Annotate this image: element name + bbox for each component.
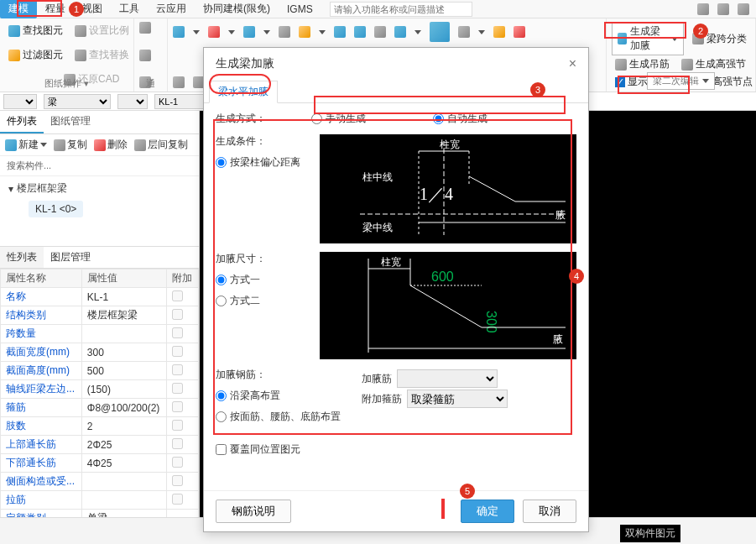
tool-icon[interactable] (458, 26, 470, 38)
tab-layer-mgmt[interactable]: 图层管理 (44, 247, 97, 268)
svg-text:柱宽: 柱宽 (440, 139, 460, 150)
bc-select-1[interactable] (3, 94, 37, 109)
property-tabs: 性列表 图层管理 (0, 246, 199, 269)
tool-icon[interactable] (334, 26, 346, 38)
beam-edit-dropdown[interactable]: 梁二次编辑 (647, 72, 715, 90)
search-components-input[interactable]: 搜索构件... (0, 156, 199, 176)
bc-select-3[interactable] (117, 94, 148, 109)
tool-icon[interactable] (299, 26, 310, 38)
tool-icon[interactable] (173, 26, 185, 38)
tool-icon[interactable] (243, 26, 255, 38)
svg-line-19 (410, 285, 482, 327)
ok-button[interactable]: 确定 (461, 500, 514, 523)
find-el-btn[interactable]: 查找图元 (5, 22, 66, 39)
tab-horizontal-haunch[interactable]: 梁水平加腋 (209, 81, 278, 103)
callout-1: 1 (69, 2, 84, 17)
copy-button[interactable]: 复制 (54, 138, 87, 152)
group-label: 图纸操作 ▾ (0, 77, 133, 90)
bc-select-2[interactable]: 梁 (44, 94, 111, 109)
menu-cloud[interactable]: 云应用 (148, 0, 195, 18)
table-row[interactable]: 下部通长筋4Φ25 (1, 454, 199, 473)
tool-icon[interactable] (394, 26, 406, 38)
haunch-rebar-select[interactable] (397, 369, 498, 388)
tree-group-header[interactable]: ▾楼层框架梁 (8, 181, 190, 196)
tool-icon[interactable] (173, 76, 185, 88)
table-row[interactable]: 肢数2 (1, 417, 199, 436)
tool-icon[interactable] (374, 26, 386, 38)
callout-5: 5 (460, 484, 475, 499)
tool-icon[interactable] (514, 26, 525, 38)
tool-icon[interactable] (493, 26, 505, 38)
svg-text:腋: 腋 (555, 209, 566, 221)
grid-icon[interactable] (430, 22, 450, 42)
table-row[interactable]: 上部通长筋2Φ25 (1, 436, 199, 454)
tool-icon[interactable] (208, 26, 220, 38)
tool-icon[interactable] (354, 26, 366, 38)
tab-drawing-mgmt[interactable]: 图纸管理 (44, 111, 97, 133)
layercopy-button[interactable]: 层间复制 (134, 138, 188, 152)
extra-stirrup-select[interactable]: 取梁箍筋 (407, 390, 508, 408)
notification-icon[interactable] (717, 3, 729, 15)
svg-text:600: 600 (431, 269, 454, 284)
table-row[interactable]: 名称KL-1 (1, 288, 199, 306)
menu-build[interactable]: 建模 (0, 0, 37, 18)
col-value: 属性值 (81, 269, 166, 288)
cancel-button[interactable]: 取消 (523, 500, 576, 523)
haunch-rebar-label: 加腋筋 (362, 372, 392, 386)
callout-3: 3 (530, 82, 545, 97)
svg-text:柱宽: 柱宽 (381, 256, 401, 268)
callout-2: 2 (693, 24, 708, 39)
gen-hanger-btn[interactable]: 生成吊筋 (612, 55, 673, 73)
cond-label: 生成条件： (216, 134, 308, 149)
property-grid: 属性名称属性值附加 名称KL-1 结构类别楼层框架梁 跨数量 截面宽度(mm)3… (0, 269, 199, 517)
dialog-title: 生成梁加腋 (216, 56, 274, 71)
settings-icon[interactable] (738, 3, 749, 15)
radio-by-height[interactable]: 沿梁高布置 (216, 389, 350, 403)
radio-manual[interactable]: 手动生成 (311, 112, 366, 126)
radio-mode1[interactable]: 方式一 (216, 273, 308, 287)
table-row[interactable]: 截面高度(mm)500 (1, 362, 199, 380)
delete-button[interactable]: 删除 (94, 138, 128, 152)
user-icon[interactable] (697, 3, 709, 15)
radio-auto[interactable]: 自动生成 (433, 112, 487, 126)
search-input[interactable] (330, 2, 472, 17)
table-row[interactable]: 定额类别单梁 (1, 510, 199, 518)
tool-icon[interactable] (139, 22, 151, 34)
size-diagram: 柱宽 600 300 腋 (320, 252, 576, 359)
set-scale-btn[interactable]: 设置比例 (71, 22, 133, 39)
svg-text:腋: 腋 (553, 333, 563, 345)
table-row[interactable]: 箍筋Φ8@100/200(2) (1, 399, 199, 417)
col-name: 属性名称 (1, 269, 82, 288)
size-label: 加腋尺寸： (216, 252, 308, 266)
left-tabs: 件列表 图纸管理 (0, 111, 199, 134)
new-button[interactable]: 新建 (5, 138, 47, 152)
tab-component-list[interactable]: 件列表 (0, 111, 44, 133)
menu-tool[interactable]: 工具 (111, 0, 148, 18)
method-label: 生成方式： (216, 112, 266, 126)
find-replace-btn[interactable]: 查找替换 (71, 46, 133, 64)
radio-offset[interactable]: 按梁柱偏心距离 (216, 155, 308, 170)
rebar-explain-button[interactable]: 钢筋说明 (216, 500, 291, 523)
table-row[interactable]: 拉筋 (1, 491, 199, 510)
checkbox-cover[interactable]: 覆盖同位置图元 (216, 442, 576, 457)
close-icon[interactable]: × (569, 56, 576, 71)
col-extra: 附加 (167, 269, 199, 288)
haunch-dialog: 生成梁加腋 × 梁水平加腋 生成方式： 手动生成 自动生成 生成条件： 按梁柱偏… (203, 47, 589, 532)
delete-icon[interactable] (279, 26, 290, 38)
component-toolbar: 新建 复制 删除 层间复制 (0, 134, 199, 156)
table-row[interactable]: 侧面构造或受... (1, 473, 199, 491)
table-row[interactable]: 跨数量 (1, 325, 199, 343)
radio-mode2[interactable]: 方式二 (216, 294, 308, 308)
table-row[interactable]: 结构类别楼层框架梁 (1, 306, 199, 325)
table-row[interactable]: 轴线距梁左边...(150) (1, 380, 199, 399)
tab-properties[interactable]: 性列表 (0, 247, 44, 268)
gen-haunch-dropdown[interactable]: 生成梁加腋 (612, 22, 684, 55)
menu-igms[interactable]: IGMS (279, 1, 321, 18)
table-row[interactable]: 截面宽度(mm)300 (1, 343, 199, 362)
tool-icon[interactable] (139, 50, 151, 61)
filter-el-btn[interactable]: 过滤图元 (5, 46, 66, 64)
tree-item[interactable]: KL-1 <0> (29, 201, 83, 217)
gen-hs-btn[interactable]: 生成高强节 (678, 55, 749, 73)
menu-collab[interactable]: 协同建模(限免) (195, 0, 279, 18)
radio-by-layer[interactable]: 按面筋、腰筋、底筋布置 (216, 410, 350, 424)
